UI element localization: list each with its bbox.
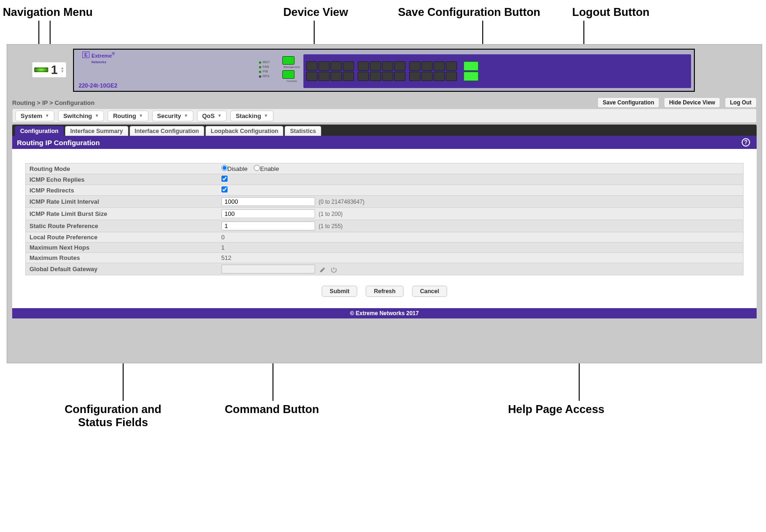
input-rate-interval[interactable] (221, 197, 315, 206)
label-rate-burst: ICMP Rate Limit Burst Size (26, 208, 218, 220)
row-static-pref: Static Route Preference (1 to 255) (26, 220, 744, 232)
spinner-icon[interactable]: ▲▼ (60, 66, 64, 73)
console-port (282, 70, 295, 79)
value-local-pref: 0 (218, 232, 744, 243)
brand-sub: Networks (91, 60, 106, 64)
hint-rate-interval: (0 to 2147483647) (319, 199, 365, 205)
tab-interface-configuration[interactable]: Interface Configuration (130, 126, 205, 136)
row-local-pref: Local Route Preference 0 (26, 232, 744, 243)
unit-selector[interactable]: 1 ▲▼ (32, 62, 66, 78)
nav-switching[interactable]: Switching▼ (58, 111, 104, 121)
mgmt-label: Management (282, 66, 301, 68)
nav-system[interactable]: System▼ (15, 111, 54, 121)
row-icmp-redirects: ICMP Redirects (26, 185, 744, 196)
nav-security[interactable]: Security▼ (152, 111, 193, 121)
input-default-gw (221, 265, 315, 273)
power-icon[interactable] (331, 266, 337, 273)
console-label: Console (282, 80, 301, 82)
unit-led-icon (34, 67, 48, 72)
hide-device-button[interactable]: Hide Device View (664, 97, 721, 108)
panel-body: Routing Mode Disable Enable ICMP Echo Re… (12, 149, 757, 308)
config-table: Routing Mode Disable Enable ICMP Echo Re… (25, 163, 744, 275)
row-rate-burst: ICMP Rate Limit Burst Size (1 to 200) (26, 208, 744, 220)
label-max-hops: Maximum Next Hops (26, 243, 218, 253)
hint-rate-burst: (1 to 200) (319, 211, 343, 217)
pencil-icon[interactable] (319, 266, 326, 273)
cancel-button[interactable]: Cancel (412, 286, 447, 297)
callout-logout-btn: Logout Button (572, 6, 649, 19)
chevron-down-icon: ▼ (95, 113, 99, 118)
row-routing-mode: Routing Mode Disable Enable (26, 163, 744, 174)
callout-nav-menu: Navigation Menu (3, 6, 93, 19)
radio-disable-label: Disable (228, 165, 248, 172)
device-model: 220-24t-10GE2 (79, 82, 118, 89)
input-static-pref[interactable] (221, 222, 315, 230)
radio-disable[interactable] (221, 165, 228, 171)
label-icmp-echo: ICMP Echo Replies (26, 174, 218, 185)
port-group (409, 61, 457, 81)
refresh-button[interactable]: Refresh (366, 286, 404, 297)
sfp-ports (464, 61, 479, 81)
chevron-down-icon: ▼ (264, 113, 268, 118)
chevron-down-icon: ▼ (184, 113, 188, 118)
command-row: Submit Refresh Cancel (25, 286, 744, 297)
checkbox-icmp-redirects[interactable] (221, 186, 228, 192)
help-icon[interactable]: ? (742, 138, 750, 147)
brand-name: Extreme (91, 53, 111, 59)
port-group (306, 61, 354, 81)
checkbox-icmp-echo[interactable] (221, 176, 228, 182)
value-max-hops: 1 (218, 243, 744, 253)
row-rate-interval: ICMP Rate Limit Interval (0 to 214748364… (26, 196, 744, 208)
footer: © Extreme Networks 2017 (12, 308, 757, 318)
tab-statistics[interactable]: Statistics (285, 126, 321, 136)
tab-configuration[interactable]: Configuration (15, 126, 64, 136)
unit-number: 1 (51, 63, 58, 77)
panel-title: Routing IP Configuration (17, 139, 100, 147)
mgmt-ports: Management Console (282, 56, 301, 84)
brand-logo-icon: E (82, 52, 89, 58)
label-local-pref: Local Route Preference (26, 232, 218, 243)
label-routing-mode: Routing Mode (26, 163, 218, 174)
chevron-down-icon: ▼ (217, 113, 221, 118)
nav-stacking[interactable]: Stacking▼ (230, 111, 273, 121)
callout-status-fields: Configuration and Status Fields (65, 403, 162, 429)
row-icmp-echo: ICMP Echo Replies (26, 174, 744, 185)
app-window: 1 ▲▼ E Extreme® Networks 220-24t-10GE2 M… (7, 44, 762, 363)
callout-save-btn: Save Configuration Button (398, 6, 540, 19)
label-static-pref: Static Route Preference (26, 220, 218, 232)
row-max-routes: Maximum Routes 512 (26, 253, 744, 263)
panel-title-bar: Routing IP Configuration ? (12, 136, 757, 149)
chevron-down-icon: ▼ (45, 113, 49, 118)
port-bar (303, 54, 691, 88)
radio-enable-label: Enable (260, 165, 279, 172)
logout-button[interactable]: Log Out (725, 97, 757, 108)
device-view: E Extreme® Networks 220-24t-10GE2 MGT FA… (73, 49, 695, 92)
label-max-routes: Maximum Routes (26, 253, 218, 263)
value-max-routes: 512 (218, 253, 744, 263)
save-config-button[interactable]: Save Configuration (597, 97, 659, 108)
brand-logo: E Extreme® Networks (82, 52, 115, 64)
radio-enable[interactable] (254, 165, 260, 171)
label-icmp-redirects: ICMP Redirects (26, 185, 218, 196)
nav-routing[interactable]: Routing▼ (108, 111, 148, 121)
tab-loopback-configuration[interactable]: Loopback Configuration (206, 126, 283, 136)
row-default-gw: Global Default Gateway (26, 263, 744, 275)
callout-device-view: Device View (283, 6, 348, 19)
breadcrumb: Routing > IP > Configuration (12, 99, 95, 106)
callout-help-access: Help Page Access (508, 403, 604, 416)
nav-qos[interactable]: QoS▼ (197, 111, 227, 121)
status-led-block: MGT FAN PW RPS (259, 60, 270, 79)
hint-static-pref: (1 to 255) (319, 223, 343, 229)
label-rate-interval: ICMP Rate Limit Interval (26, 196, 218, 208)
row-max-hops: Maximum Next Hops 1 (26, 243, 744, 253)
tab-bar: Configuration Interface Summary Interfac… (12, 125, 757, 136)
chevron-down-icon: ▼ (139, 113, 143, 118)
mgmt-port (282, 56, 295, 65)
port-group (358, 61, 405, 81)
submit-button[interactable]: Submit (322, 286, 357, 297)
input-rate-burst[interactable] (221, 209, 315, 218)
callout-command-btn: Command Button (225, 403, 319, 416)
tab-interface-summary[interactable]: Interface Summary (65, 126, 128, 136)
callout-line (314, 21, 315, 46)
navigation-menu: System▼ Switching▼ Routing▼ Security▼ Qo… (12, 109, 757, 123)
